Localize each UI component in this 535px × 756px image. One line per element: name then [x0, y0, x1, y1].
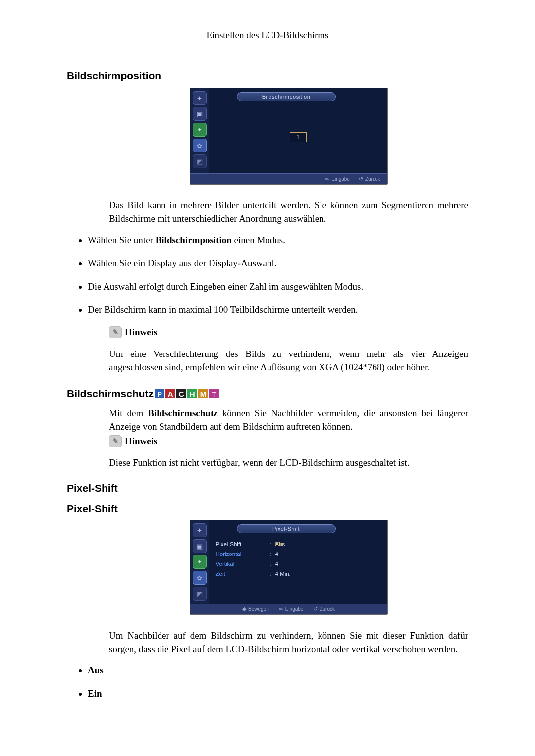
- back-icon: ↺: [359, 176, 363, 182]
- ps-b2: Ein: [88, 688, 102, 699]
- osd2-tab: Pixel-Shift: [237, 524, 336, 533]
- back-icon: ↺: [313, 606, 318, 612]
- osd1-footer: ⏎Eingabe ↺Zurück: [190, 173, 387, 184]
- osd2-row-selected[interactable]: Ein: [275, 539, 380, 549]
- osd2-footer-back: ↺Zurück: [313, 606, 335, 612]
- osd-side-icon-3[interactable]: ⌖: [193, 123, 207, 137]
- enter-icon: ⏎: [325, 176, 329, 182]
- osd2-footer-move: ◆Bewegen: [242, 606, 269, 612]
- mode-badge-M: M: [198, 389, 208, 398]
- pixelshift-bullets: Aus Ein: [88, 663, 468, 700]
- heading-pixelshift-2-text: Pixel-Shift: [67, 503, 118, 515]
- osd1-footer-enter-label: Eingabe: [331, 176, 350, 182]
- mode-badge-P: P: [155, 389, 164, 398]
- heading-bildschirmposition: Bildschirmposition: [67, 70, 468, 82]
- mode-badge-H: H: [187, 389, 197, 398]
- osd-side-icon-2[interactable]: ▣: [193, 107, 207, 121]
- osd1-value[interactable]: 1: [290, 132, 307, 142]
- osd2-r2-k: Horizontal: [216, 549, 270, 559]
- osd2-r4-v: 4 Min.: [275, 569, 291, 579]
- bp-note: ✎ Hinweis: [109, 326, 468, 338]
- osd2-r1-k: Pixel-Shift: [216, 539, 270, 549]
- osd-bildschirmposition: ✦ ▣ ⌖ ✿ ◩ Bildschirmposition 1 ⏎Eingabe …: [109, 88, 468, 185]
- osd2-row-horizontal[interactable]: Horizontal : 4: [216, 549, 380, 559]
- osd2-side-icons: ✦ ▣ ⌖ ✿ ◩: [190, 520, 209, 604]
- mode-badge-A: A: [165, 389, 175, 398]
- osd2-footer-enter-label: Eingabe: [285, 606, 304, 612]
- bs-intro-bold: Bildschirmschutz: [148, 408, 217, 418]
- osd2-footer-enter: ⏎Eingabe: [279, 606, 304, 612]
- heading-bildschirmschutz-text: Bildschirmschutz: [67, 388, 154, 400]
- bs-note-label: Hinweis: [125, 436, 157, 447]
- osd2-row-vertikal[interactable]: Vertikal : 4: [216, 559, 380, 569]
- osd1-footer-back: ↺Zurück: [359, 176, 380, 182]
- ps-bullet-aus: Aus: [88, 663, 468, 677]
- osd2-r3-sep: :: [270, 559, 275, 569]
- bs-intro-pre: Mit dem: [109, 408, 148, 418]
- osd2-footer-move-label: Bewegen: [248, 606, 269, 612]
- osd2-r4-k: Zeit: [216, 569, 270, 579]
- osd2-r1-sep: :: [270, 539, 275, 549]
- mode-badge-C: C: [176, 389, 186, 398]
- bp-b1-pre: Wählen Sie unter: [88, 235, 156, 245]
- enter-icon: ⏎: [279, 606, 283, 612]
- bs-intro: Mit dem Bildschirmschutz können Sie Nach…: [109, 406, 468, 433]
- osd2-footer-back-label: Zurück: [320, 606, 335, 612]
- ps-b1: Aus: [88, 665, 104, 675]
- heading-bildschirmschutz: Bildschirmschutz P A C H M T: [67, 388, 468, 400]
- osd-side-icon-5[interactable]: ◩: [193, 154, 207, 168]
- header-divider: [67, 44, 468, 44]
- pixelshift-intro: Um Nachbilder auf dem Bildschirm zu verh…: [109, 629, 468, 655]
- osd1-footer-back-label: Zurück: [365, 176, 380, 182]
- note-icon: ✎: [109, 326, 122, 338]
- bp-bullet-3: Die Auswahl erfolgt durch Eingeben einer…: [88, 280, 468, 293]
- bs-note: ✎ Hinweis: [109, 435, 468, 447]
- bp-bullet-4: Der Bildschirm kann in maximal 100 Teilb…: [88, 303, 468, 316]
- osd2-side-icon-2[interactable]: ▣: [193, 539, 207, 553]
- osd1-footer-enter: ⏎Eingabe: [325, 176, 350, 182]
- heading-pixelshift-1-text: Pixel-Shift: [67, 482, 118, 494]
- osd1-tab: Bildschirmposition: [237, 92, 336, 101]
- footer-divider: [67, 726, 468, 726]
- bildschirmposition-intro: Das Bild kann in mehrere Bilder untertei…: [109, 199, 468, 225]
- bp-note-label: Hinweis: [125, 327, 157, 338]
- bp-b1-post: einen Modus.: [232, 235, 285, 245]
- mode-badge-T: T: [209, 389, 219, 398]
- bp-b1-bold: Bildschirmposition: [156, 235, 232, 245]
- note-icon: ✎: [109, 435, 122, 447]
- bs-note-text: Diese Funktion ist nicht verfügbar, wenn…: [109, 456, 468, 469]
- bp-note-text: Um eine Verschlechterung des Bilds zu ve…: [109, 347, 468, 374]
- bp-bullet-1: Wählen Sie unter Bildschirmposition eine…: [88, 233, 468, 247]
- bildschirmposition-bullets: Wählen Sie unter Bildschirmposition eine…: [88, 233, 468, 316]
- osd2-r3-k: Vertikal: [216, 559, 270, 569]
- osd2-side-icon-1[interactable]: ✦: [193, 523, 207, 537]
- heading-pixelshift-1: Pixel-Shift: [67, 482, 468, 494]
- ps-bullet-ein: Ein: [88, 687, 468, 700]
- osd2-side-icon-5[interactable]: ◩: [193, 587, 207, 601]
- osd2-r1-ein: Ein: [275, 541, 284, 547]
- osd2-side-icon-4[interactable]: ✿: [193, 571, 207, 585]
- osd2-row-zeit[interactable]: Zeit : 4 Min.: [216, 569, 380, 579]
- osd2-r4-sep: :: [270, 569, 275, 579]
- osd-side-icon-4[interactable]: ✿: [193, 139, 207, 152]
- page-header-title: Einstellen des LCD-Bildschirms: [67, 30, 468, 41]
- osd2-side-icon-3[interactable]: ⌖: [193, 555, 207, 569]
- osd-side-icon-1[interactable]: ✦: [193, 91, 207, 105]
- move-icon: ◆: [242, 606, 246, 612]
- osd2-r2-v: 4: [275, 549, 278, 559]
- osd-side-icons: ✦ ▣ ⌖ ✿ ◩: [190, 88, 209, 173]
- heading-bildschirmposition-text: Bildschirmposition: [67, 70, 161, 82]
- heading-pixelshift-2: Pixel-Shift: [67, 503, 468, 515]
- bp-bullet-2: Wählen Sie ein Display aus der Display-A…: [88, 256, 468, 270]
- osd2-footer: ◆Bewegen ⏎Eingabe ↺Zurück: [190, 604, 387, 614]
- osd-pixelshift: ✦ ▣ ⌖ ✿ ◩ Pixel-Shift Pixel-Shift : Aus: [109, 520, 468, 615]
- osd2-r2-sep: :: [270, 549, 275, 559]
- osd2-r3-v: 4: [275, 559, 278, 569]
